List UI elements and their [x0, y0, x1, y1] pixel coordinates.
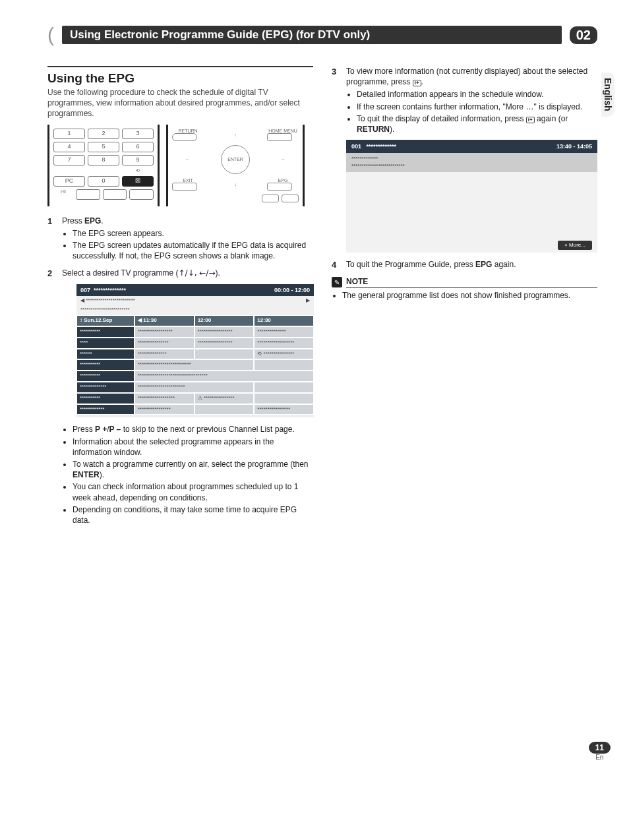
- remote-numpad: 1 2 3 4 5 6 7 8 9 ⟲ PC 0 ☒: [47, 125, 160, 206]
- remote-exit-button: [172, 183, 197, 191]
- remote-epg-label: EPG: [267, 178, 299, 183]
- epg-detail-screenshot: 001 ************* 13:40 - 14:05 ********…: [346, 140, 597, 253]
- chapter-bracket: (: [47, 24, 54, 46]
- remote-return-button: [172, 133, 197, 141]
- step1-bullet: The EPG screen appears.: [73, 228, 313, 239]
- remote-key-blank: [103, 189, 127, 200]
- step-1: Press EPG. The EPG screen appears. The E…: [47, 216, 313, 262]
- step2-bullet: Depending on conditions, it may take som…: [73, 504, 313, 525]
- remote-illustration: 1 2 3 4 5 6 7 8 9 ⟲ PC 0 ☒: [47, 125, 313, 206]
- remote-exit-label: EXIT: [172, 178, 204, 183]
- note-heading: ✎ NOTE: [332, 277, 597, 288]
- epg-schedule-screenshot: 007 ************** 00:00 - 12:00 ◀ *****…: [76, 284, 314, 418]
- remote-homemenu-button: [267, 133, 292, 141]
- remote-key-5: 5: [88, 142, 119, 152]
- language-tab: English: [601, 73, 614, 117]
- info-icon: i+: [526, 117, 535, 123]
- remote-key-return-icon: ⟲: [122, 168, 154, 173]
- page-number: 11 En: [589, 742, 611, 761]
- remote-key-blank: [129, 189, 154, 200]
- chapter-number: 02: [570, 26, 597, 44]
- step2-bullet: Press P +/P – to skip to the next or pre…: [73, 424, 313, 435]
- note-icon: ✎: [332, 277, 342, 287]
- remote-key-2: 2: [88, 129, 119, 139]
- step3-text: To view more information (not currently …: [346, 67, 587, 86]
- remote-key-blank: [282, 195, 299, 202]
- section-title: Using the EPG: [47, 66, 313, 86]
- more-badge: More...: [558, 241, 592, 251]
- arrow-right-icon: →: [267, 157, 299, 162]
- remote-enter-ring: ENTER: [221, 145, 250, 174]
- remote-key-blank: [262, 195, 279, 202]
- remote-return-label: RETURN: [172, 129, 204, 133]
- remote-key-8: 8: [88, 155, 119, 165]
- step-4: To quit the Programme Guide, press EPG a…: [332, 259, 597, 270]
- remote-homemenu-label: HOME MENU: [267, 129, 299, 133]
- remote-key-9: 9: [122, 155, 154, 165]
- step-2: Select a desired TV programme (↑/↓, ←/→)…: [47, 268, 313, 525]
- info-icon: i+: [413, 80, 421, 86]
- remote-key-7: 7: [53, 155, 85, 165]
- remote-key-blank: [76, 189, 100, 200]
- arrow-up-icon: ↑: [220, 133, 251, 137]
- step3-bullet: To quit the display of detailed informat…: [357, 113, 597, 135]
- remote-key-0: 0: [88, 176, 119, 187]
- section-intro: Use the following procedure to check the…: [47, 87, 313, 119]
- remote-key-pc: PC: [53, 176, 85, 187]
- remote-key-4: 4: [53, 142, 85, 152]
- step2-bullet: You can check information about programm…: [73, 481, 313, 502]
- remote-key-i-ii: I·II: [53, 189, 73, 200]
- step3-bullet: If the screen contains further informati…: [357, 102, 597, 112]
- step3-bullet: Detailed information appears in the sche…: [357, 89, 597, 100]
- chapter-title: Using Electronic Programme Guide (EPG) (…: [62, 26, 562, 44]
- remote-key-1: 1: [53, 129, 85, 139]
- step2-text: Select a desired TV programme (↑/↓, ←/→)…: [62, 268, 220, 278]
- arrow-left-icon: ←: [172, 157, 204, 162]
- remote-key-3: 3: [122, 129, 154, 139]
- remote-key-6: 6: [122, 142, 154, 152]
- step2-bullet: Information about the selected programme…: [73, 436, 313, 458]
- arrow-down-icon: ↓: [220, 182, 251, 187]
- step-3: To view more information (not currently …: [332, 66, 597, 253]
- epg-date-header: ↕ Sun.12.Sep: [76, 315, 135, 326]
- note-bullet: The general programme list does not show…: [342, 290, 597, 301]
- step1-bullet: The EPG screen updates automatically if …: [73, 240, 313, 261]
- remote-key-display: ☒: [122, 176, 154, 187]
- remote-epg-button: [267, 183, 292, 191]
- step2-bullet: To watch a programme currently on air, s…: [73, 459, 313, 480]
- step1-text: Press EPG.: [62, 216, 104, 225]
- remote-nav-cluster: RETURN ↑ HOME MENU ← ENTER →: [166, 125, 305, 206]
